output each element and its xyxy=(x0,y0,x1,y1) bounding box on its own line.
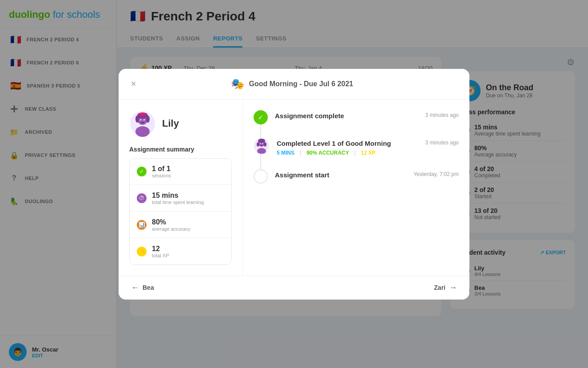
accuracy-value: 80% xyxy=(152,218,191,226)
time-info: 15 mins total time spent learning xyxy=(152,192,204,205)
summary-card-xp: ⚡ 12 total XP xyxy=(130,239,231,264)
accuracy-label: average accuracy xyxy=(152,226,191,232)
svg-rect-12 xyxy=(139,113,146,116)
svg-point-6 xyxy=(146,116,150,123)
svg-point-10 xyxy=(144,120,145,120)
student-avatar xyxy=(129,110,156,137)
sessions-label: sessions xyxy=(152,173,171,178)
timeline-title-level: Completed Level 1 of Good Morning 3 minu… xyxy=(277,140,459,147)
timeline: ✓ Assignment complete 3 minutes ago xyxy=(254,110,459,184)
modal-assignment-icon: 🎭 xyxy=(231,78,244,90)
timeline-line xyxy=(260,152,261,169)
timeline-dot-start xyxy=(254,169,268,184)
stat-mins: 5 MINS xyxy=(277,150,294,156)
sessions-value: 1 of 1 xyxy=(152,165,171,173)
summary-cards: ✓ 1 of 1 sessions ⏱ 15 mins total time s… xyxy=(129,158,232,265)
modal-left-pane: Lily Assignment summary ✓ 1 of 1 session… xyxy=(119,100,243,276)
prev-student-label: Bea xyxy=(143,284,154,291)
xp-icon: ⚡ xyxy=(137,247,147,256)
timeline-item-level: Completed Level 1 of Good Morning 3 minu… xyxy=(254,138,459,169)
timeline-content-start: Assignment start Yesterday, 7:02 pm xyxy=(275,169,459,179)
modal-overlay: × 🎭 Good Morning - Due Jul 6 2021 xyxy=(0,0,588,368)
svg-point-16 xyxy=(257,142,259,147)
svg-point-5 xyxy=(135,116,139,123)
timeline-time-complete: 3 minutes ago xyxy=(425,112,459,118)
svg-point-21 xyxy=(262,143,263,144)
sessions-icon: ✓ xyxy=(137,167,147,176)
stat-accuracy: 90% ACCURACY xyxy=(306,150,349,156)
modal-title-area: 🎭 Good Morning - Due Jul 6 2021 xyxy=(231,78,353,90)
svg-point-17 xyxy=(264,142,266,147)
stat-sep2: | xyxy=(354,150,356,156)
timeline-time-start: Yesterday, 7:02 pm xyxy=(413,171,459,177)
stat-xp: 12 XP xyxy=(361,150,376,156)
modal-footer: ← Bea Zari → xyxy=(119,276,469,300)
xp-info: 12 total XP xyxy=(152,245,169,258)
timeline-item-complete: ✓ Assignment complete 3 minutes ago xyxy=(254,110,459,138)
accuracy-info: 80% average accuracy xyxy=(152,218,191,232)
timeline-dot-level xyxy=(254,138,270,154)
student-header: Lily xyxy=(129,110,232,137)
timeline-content-complete: Assignment complete 3 minutes ago xyxy=(275,110,459,120)
modal-title: Good Morning - Due Jul 6 2021 xyxy=(249,80,353,88)
svg-point-11 xyxy=(135,126,150,137)
modal-right-pane: ✓ Assignment complete 3 minutes ago xyxy=(243,100,469,276)
next-student-button[interactable]: Zari → xyxy=(434,283,457,292)
svg-point-20 xyxy=(260,143,261,144)
svg-point-9 xyxy=(141,120,142,120)
svg-point-15 xyxy=(258,139,265,143)
sessions-info: 1 of 1 sessions xyxy=(152,165,171,178)
accuracy-icon: 📊 xyxy=(137,220,147,230)
time-icon: ⏱ xyxy=(137,193,147,203)
time-label: total time spent learning xyxy=(152,200,204,205)
student-name: Lily xyxy=(162,118,179,129)
svg-point-19 xyxy=(262,143,263,144)
timeline-title-complete: Assignment complete 3 minutes ago xyxy=(275,112,459,120)
timeline-stats-level: 5 MINS | 90% ACCURACY | 12 XP xyxy=(277,150,459,156)
timeline-title-start: Assignment start Yesterday, 7:02 pm xyxy=(275,171,459,179)
timeline-dot-complete: ✓ xyxy=(254,110,268,124)
xp-label: total XP xyxy=(152,253,169,258)
svg-point-18 xyxy=(260,143,261,144)
timeline-content-level: Completed Level 1 of Good Morning 3 minu… xyxy=(277,138,459,156)
modal-body: Lily Assignment summary ✓ 1 of 1 session… xyxy=(119,100,469,276)
modal: × 🎭 Good Morning - Due Jul 6 2021 xyxy=(119,69,469,300)
timeline-time-level: 3 minutes ago xyxy=(425,140,459,146)
close-button[interactable]: × xyxy=(131,79,136,89)
modal-header: × 🎭 Good Morning - Due Jul 6 2021 xyxy=(119,69,469,100)
timeline-item-start: Assignment start Yesterday, 7:02 pm xyxy=(254,169,459,184)
prev-student-button[interactable]: ← Bea xyxy=(131,283,154,292)
summary-card-accuracy: 📊 80% average accuracy xyxy=(130,212,231,238)
summary-card-time: ⏱ 15 mins total time spent learning xyxy=(130,185,231,212)
next-student-label: Zari xyxy=(434,284,445,291)
xp-value: 12 xyxy=(152,245,169,253)
assignment-summary-title: Assignment summary xyxy=(129,146,232,153)
right-arrow-icon: → xyxy=(449,283,457,292)
stat-sep1: | xyxy=(300,150,301,156)
time-value: 15 mins xyxy=(152,192,204,200)
timeline-line xyxy=(260,124,261,138)
summary-card-sessions: ✓ 1 of 1 sessions xyxy=(130,159,231,185)
left-arrow-icon: ← xyxy=(131,283,139,292)
